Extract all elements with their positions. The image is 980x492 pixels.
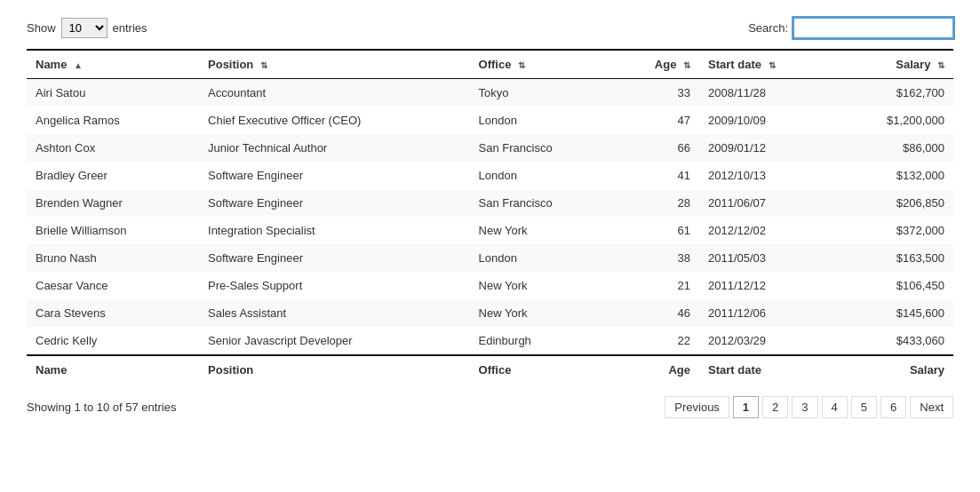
header-row: Name ▲ Position ⇅ Office ⇅ Age ⇅ Start d… [27,50,953,79]
sort-icon-startdate: ⇅ [769,60,776,70]
cell-age: 28 [615,189,699,217]
show-entries: Show 10 25 50 100 entries [27,18,147,38]
cell-startdate: 2012/10/13 [699,162,833,189]
page-button-2[interactable]: 2 [762,396,788,418]
cell-startdate: 2011/05/03 [699,244,833,272]
sort-icon-position: ⇅ [260,60,267,70]
cell-office: New York [470,299,615,327]
table-row: Cedric Kelly Senior Javascript Developer… [27,327,953,355]
pagination: Previous 1 2 3 4 5 6 Next [665,396,953,418]
cell-office: London [470,162,615,189]
cell-office: London [470,244,615,272]
cell-age: 46 [615,299,699,327]
cell-position: Junior Technical Author [199,134,470,162]
showing-info: Showing 1 to 10 of 57 entries [27,401,176,414]
entries-label: entries [113,21,147,35]
table-footer: Name Position Office Age Start date Sala… [27,355,953,384]
cell-salary: $145,600 [833,299,953,327]
footer-row: Name Position Office Age Start date Sala… [27,355,953,384]
top-controls: Show 10 25 50 100 entries Search: [27,18,953,38]
cell-position: Software Engineer [199,244,470,272]
cell-name: Cedric Kelly [27,327,199,355]
page-button-6[interactable]: 6 [880,396,906,418]
cell-salary: $372,000 [833,217,953,244]
table-row: Bruno Nash Software Engineer London 38 2… [27,244,953,272]
cell-age: 66 [615,134,699,162]
cell-age: 47 [615,107,699,134]
col-header-startdate[interactable]: Start date ⇅ [699,50,833,79]
cell-name: Ashton Cox [27,134,199,162]
next-button[interactable]: Next [910,396,953,418]
data-table: Name ▲ Position ⇅ Office ⇅ Age ⇅ Start d… [27,49,953,384]
cell-name: Cara Stevens [27,299,199,327]
cell-age: 41 [615,162,699,189]
cell-position: Pre-Sales Support [199,272,470,299]
cell-startdate: 2009/10/09 [699,107,833,134]
cell-office: San Francisco [470,189,615,217]
table-body: Airi Satou Accountant Tokyo 33 2008/11/2… [27,79,953,356]
cell-salary: $206,850 [833,189,953,217]
cell-office: Edinburgh [470,327,615,355]
cell-office: San Francisco [470,134,615,162]
sort-icon-name: ▲ [74,60,83,70]
cell-name: Angelica Ramos [27,107,199,134]
cell-salary: $132,000 [833,162,953,189]
cell-startdate: 2011/06/07 [699,189,833,217]
cell-age: 21 [615,272,699,299]
cell-position: Senior Javascript Developer [199,327,470,355]
cell-startdate: 2008/11/28 [699,79,833,107]
show-label: Show [27,21,56,35]
col-header-name[interactable]: Name ▲ [27,50,199,79]
cell-office: London [470,107,615,134]
footer-col-name: Name [27,355,199,384]
cell-startdate: 2012/03/29 [699,327,833,355]
table-row: Angelica Ramos Chief Executive Officer (… [27,107,953,134]
cell-startdate: 2011/12/12 [699,272,833,299]
sort-icon-age: ⇅ [683,60,690,70]
cell-age: 38 [615,244,699,272]
cell-position: Integration Specialist [199,217,470,244]
footer-col-startdate: Start date [699,355,833,384]
cell-office: New York [470,272,615,299]
cell-startdate: 2012/12/02 [699,217,833,244]
page-button-1[interactable]: 1 [733,396,759,418]
footer-col-salary: Salary [833,355,953,384]
cell-salary: $86,000 [833,134,953,162]
cell-startdate: 2011/12/06 [699,299,833,327]
cell-salary: $163,500 [833,244,953,272]
search-label: Search: [748,21,788,35]
footer-col-office: Office [470,355,615,384]
cell-age: 22 [615,327,699,355]
cell-position: Software Engineer [199,189,470,217]
cell-name: Airi Satou [27,79,199,107]
search-input[interactable] [793,18,953,38]
cell-name: Bruno Nash [27,244,199,272]
bottom-controls: Showing 1 to 10 of 57 entries Previous 1… [27,396,953,418]
page-button-5[interactable]: 5 [851,396,877,418]
col-header-age[interactable]: Age ⇅ [615,50,699,79]
entries-select[interactable]: 10 25 50 100 [61,18,108,38]
cell-name: Bradley Greer [27,162,199,189]
cell-position: Accountant [199,79,470,107]
previous-button[interactable]: Previous [665,396,729,418]
col-header-position[interactable]: Position ⇅ [199,50,470,79]
cell-salary: $1,200,000 [833,107,953,134]
search-control: Search: [748,18,953,38]
cell-name: Caesar Vance [27,272,199,299]
table-row: Bradley Greer Software Engineer London 4… [27,162,953,189]
table-row: Brielle Williamson Integration Specialis… [27,217,953,244]
cell-position: Software Engineer [199,162,470,189]
cell-salary: $162,700 [833,79,953,107]
sort-icon-office: ⇅ [518,60,525,70]
cell-office: Tokyo [470,79,615,107]
page-button-3[interactable]: 3 [792,396,817,418]
table-row: Brenden Wagner Software Engineer San Fra… [27,189,953,217]
page-button-4[interactable]: 4 [822,396,848,418]
footer-col-age: Age [615,355,699,384]
cell-salary: $433,060 [833,327,953,355]
cell-name: Brenden Wagner [27,189,199,217]
cell-startdate: 2009/01/12 [699,134,833,162]
col-header-salary[interactable]: Salary ⇅ [833,50,953,79]
col-header-office[interactable]: Office ⇅ [470,50,615,79]
footer-col-position: Position [199,355,470,384]
